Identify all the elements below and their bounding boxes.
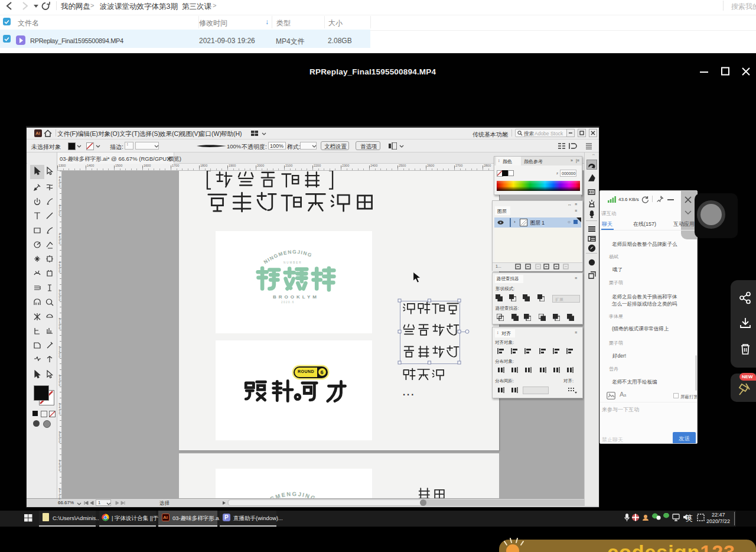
- svg-text:NINGMENGJING: NINGMENGJING: [257, 491, 317, 498]
